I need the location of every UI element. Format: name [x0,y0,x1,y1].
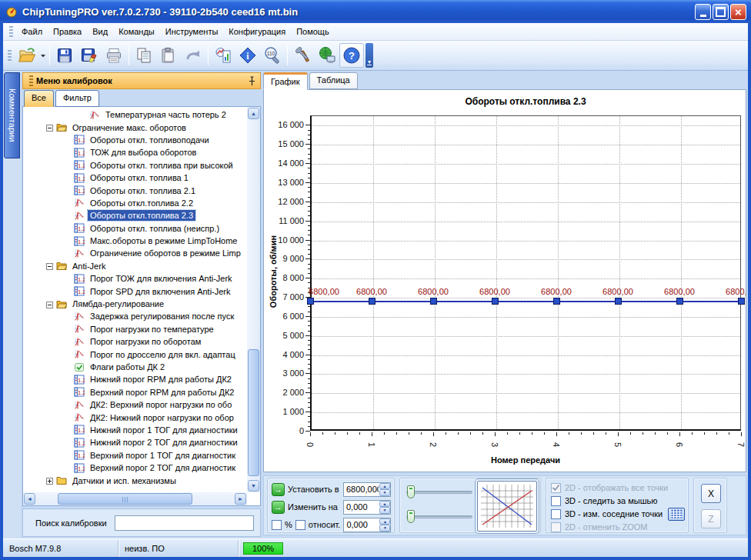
tree-item-label[interactable]: Порог SPD для включения Anti-Jerk [88,286,233,297]
tree-row[interactable]: ДК2: Верхний порог нагрузки по обо [25,398,247,411]
tree-item-label[interactable]: ДК2: Верхний порог нагрузки по обо [88,399,234,410]
apply-set-button[interactable] [272,483,285,496]
collapse-icon[interactable] [46,262,53,269]
tree-item-label[interactable]: Макс.обороты в режиме LimpToHome [88,235,239,246]
close-button[interactable] [730,4,746,20]
curve-preview-thumbnail[interactable] [477,481,537,532]
tree-row[interactable]: 1.2Верхний порог 2 ТОГ для диагностик [25,462,247,474]
menu-item-7[interactable]: Помощь [291,24,335,39]
spin-up-icon[interactable] [379,501,390,508]
tree-item-label[interactable]: Обороты откл. топлива 2.1 [88,185,198,196]
tree-item-label[interactable]: ДК2: Нижний порог нагрузки по обор [88,412,236,423]
tree-item-label[interactable]: Порог нагрузки по оборотам [88,336,203,347]
tree-item-label[interactable]: Флаги работы ДК 2 [88,362,167,372]
zoom-110-icon[interactable]: 110 [260,43,285,68]
search-input[interactable] [115,515,254,531]
option-checkbox[interactable] [551,509,561,519]
data-point-marker[interactable] [738,298,745,305]
expand-icon[interactable] [46,477,53,484]
apply-change-button[interactable] [272,501,285,514]
tree-item-label[interactable]: Обороты откл.топлива 2.3 [88,210,195,221]
save-edit-icon[interactable] [77,43,102,68]
z-axis-button[interactable]: Z [701,509,721,528]
save-icon[interactable] [52,43,77,68]
tree-item-label[interactable]: Верхний порог RPM для работы ДК2 [88,387,236,398]
tree-row[interactable]: 1.2Нижний порог RPM для работы ДК2 [25,373,247,385]
tree-item-label[interactable]: Порог нагрузки по температуре [88,324,216,335]
data-point-marker[interactable] [307,298,314,305]
scroll-right-icon[interactable] [235,493,246,505]
option-checkbox[interactable] [551,522,561,532]
tools-icon[interactable] [290,43,315,68]
chart-canvas[interactable]: Обороты откл.топлива 2.3 Обороты, об/мин… [263,89,746,472]
scroll-down-icon[interactable] [248,480,259,492]
data-point-marker[interactable] [492,298,499,305]
data-point-marker[interactable] [615,298,622,305]
tree-row[interactable]: Anti-Jerk [25,260,247,272]
slider-thumb[interactable] [407,485,415,498]
open-file-icon[interactable] [15,43,39,68]
tree-row[interactable]: Ограничение макс. оборотов [25,121,247,133]
horizontal-slider-1[interactable] [406,485,472,499]
view-tab-1[interactable]: График [263,72,308,90]
horizontal-slider-2[interactable] [406,510,472,524]
relative-checkbox[interactable] [295,520,305,530]
option-checkbox[interactable] [551,496,561,506]
tree-item-label[interactable]: Нижний порог 1 ТОГ для диагностики [88,425,240,435]
tree-row[interactable]: 1.2Обороты откл. топливоподачи [25,134,247,146]
tree-row[interactable]: 1.2Макс.обороты в режиме LimpToHome [25,235,247,247]
tree-row[interactable]: 1.2Верхний порог RPM для работы ДК2 [25,386,247,398]
tree-filter-tab-2[interactable]: Фильтр [55,90,99,107]
tree-item-label[interactable]: Ограничение макс. оборотов [70,122,189,133]
data-point-marker[interactable] [676,298,683,305]
open-dropdown-icon[interactable] [39,43,47,68]
percent-checkbox[interactable] [272,520,282,530]
tree-item-label[interactable]: Порог по дросселю для вкл. адаптац [88,349,238,360]
vertical-scroll-thumb[interactable] [248,349,259,476]
tree-item-label[interactable]: Anti-Jerk [70,261,108,272]
tree-row[interactable]: 1.2Обороты откл. топлива при высокой [25,159,247,172]
calibration-panel-header[interactable]: Меню калибровок [22,72,261,89]
tree-row[interactable]: ДК2: Нижний порог нагрузки по обор [25,411,247,423]
view-stats-icon[interactable] [211,43,235,68]
tree-item-label[interactable]: Порог ТОЖ для включения Anti-Jerk [88,273,235,284]
tree-item-label[interactable]: ТОЖ для выбора оборотов [88,147,199,158]
option-checkbox[interactable] [551,483,561,493]
tree-row[interactable]: Порог нагрузки по температуре [25,323,247,335]
data-point-marker[interactable] [553,298,560,305]
toolbar-overflow-chevron-icon[interactable] [365,43,373,68]
data-point-marker[interactable] [369,298,376,305]
tree-item-label[interactable]: Датчики и исп. механизмы [70,475,179,486]
tree-row[interactable]: 1.2ТОЖ для выбора оборотов [25,146,247,158]
plot-area[interactable] [310,115,741,431]
comments-sidebar-tab[interactable]: Комментарии [4,72,20,158]
tree-row[interactable]: Флаги работы ДК 2 [25,361,247,373]
tree-row[interactable]: Датчики и исп. механизмы [25,474,247,486]
tree-filter-tab-1[interactable]: Все [24,90,54,107]
tree-row[interactable]: 1.2Порог ТОЖ для включения Anti-Jerk [25,272,247,285]
view-tab-2[interactable]: Таблица [309,72,358,89]
title-bar[interactable]: ChipTuningPRO ver.7.0.2.730 - 39110-2b54… [0,0,751,23]
tree-item-label[interactable]: Верхний порог 2 ТОГ для диагностик [88,462,238,473]
scroll-up-icon[interactable] [248,108,259,119]
menu-item-5[interactable]: Инструменты [160,24,224,39]
tree-item-label[interactable]: Задержка регулирования после пуск [88,311,236,322]
collapse-icon[interactable] [46,124,53,131]
paste-icon[interactable] [156,43,181,68]
tree-item-label[interactable]: Нижний порог RPM для работы ДК2 [88,374,234,385]
horizontal-scroll-thumb[interactable] [58,493,192,505]
tree-row[interactable]: Температурная часть потерь 2 [25,108,247,121]
tree-row[interactable]: Порог нагрузки по оборотам [25,335,247,348]
tree-row[interactable]: 1.2Обороты откл. топлива (неиспр.) [25,222,247,235]
tree-row[interactable]: Ограничение оборотов в режиме Limp [25,247,247,259]
x-axis-button[interactable]: X [701,484,721,503]
tree-row[interactable]: 1.2Обороты откл. топлива 1 [25,172,247,184]
tree-row[interactable]: 1.2Обороты откл. топлива 2.1 [25,184,247,196]
menu-item-1[interactable]: Файл [16,24,48,39]
maximize-button[interactable] [713,4,729,20]
menu-item-3[interactable]: Вид [87,24,113,39]
help-icon[interactable]: ? [339,43,364,68]
tree-row[interactable]: 1.2Нижний порог 2 ТОГ для диагностики [25,436,247,448]
spin-up-icon[interactable] [379,483,390,490]
tree-item-label[interactable]: Обороты откл.топлива 2.2 [88,198,195,208]
